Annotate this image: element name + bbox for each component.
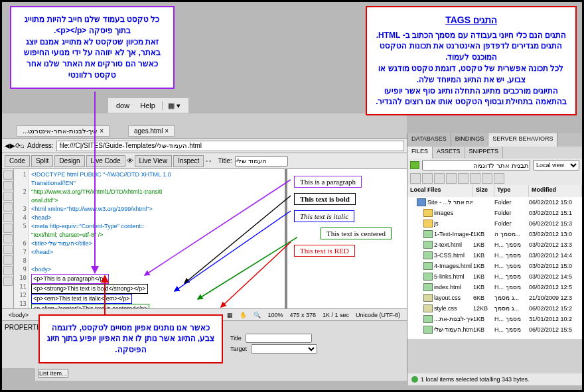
expand-icon[interactable] <box>470 173 480 184</box>
tool-icon[interactable] <box>3 170 13 180</box>
encoding: Unicode (UTF-8) <box>356 312 400 318</box>
zoom-icon[interactable]: 🔍 <box>254 312 261 318</box>
home-icon[interactable]: ⌂ <box>21 142 25 149</box>
file-row[interactable]: style.css 12KB ג מסמך... 06/02/2012 15:2 <box>407 303 582 314</box>
file-name: 2-text.html <box>434 241 473 248</box>
file-type: H... מסמך <box>494 316 529 322</box>
tab-databases[interactable]: DATABASES <box>407 133 451 147</box>
inspect-button[interactable]: Inspect <box>173 155 204 167</box>
zoom-level[interactable]: 100% <box>267 312 283 318</box>
file-row[interactable]: images Folder 03/02/2012 15:1 <box>407 208 582 218</box>
get-icon[interactable] <box>434 173 445 184</box>
code-tools <box>2 169 14 308</box>
file-row[interactable]: העמוד-שלי.html 1KB H... מסמך 06/02/2012 … <box>407 324 582 335</box>
layout-icon[interactable]: ▦ ▾ <box>162 101 184 110</box>
menu-window[interactable]: dow <box>112 101 133 109</box>
inspect-icon[interactable]: 👁 <box>127 157 133 164</box>
file-date: 03/02/2012 13:0 <box>529 231 582 237</box>
connect-icon[interactable] <box>410 173 421 184</box>
tool-icon[interactable] <box>3 202 13 212</box>
site-selector-row: Local view <box>407 159 582 172</box>
tool-icon[interactable] <box>3 234 13 243</box>
tool-icon[interactable] <box>3 181 13 190</box>
address-input[interactable] <box>56 141 404 151</box>
folder-icon <box>423 220 433 228</box>
file-row[interactable]: 4-Images.html 1KB H... מסמך 03/02/2012 1… <box>407 261 582 271</box>
file-size: 1KB <box>473 241 494 248</box>
file-row[interactable]: 3-CSS.html 1KB H... מסמך 03/02/2012 14:4 <box>407 250 582 261</box>
file-row[interactable]: Site - ...תבניות אתר ל Folder 06/02/2012… <box>407 197 582 208</box>
html-icon <box>423 326 433 334</box>
tab-assets[interactable]: ASSETS <box>433 147 465 159</box>
site-name-input[interactable] <box>422 160 530 170</box>
code-button[interactable]: Code <box>5 155 30 167</box>
tab-bindings[interactable]: BINDINGS <box>451 133 489 147</box>
back-icon[interactable]: ◀ <box>5 142 10 149</box>
tool-icon[interactable] <box>3 277 13 286</box>
tab-files[interactable]: FILES <box>407 147 433 159</box>
file-row[interactable]: index.html 1KB H... מסמך 06/02/2012 12:5 <box>407 282 582 293</box>
liveview-button[interactable]: Live View <box>135 155 173 167</box>
tab-document-2[interactable]: ages.html × <box>128 125 175 137</box>
file-date: 06/02/2012 15:3 <box>529 220 582 227</box>
tag-selector[interactable]: <body> <box>9 312 29 318</box>
file-type: H... מסמך <box>494 273 529 280</box>
tab-document-1[interactable]: ...איך-לבנות-אתר-אינטרנט × <box>17 125 110 137</box>
file-row[interactable]: layout.css 6KB ג מסמך... 21/10/2009 12:3 <box>407 293 582 303</box>
tool-icon[interactable] <box>482 173 492 184</box>
document-tabs: ...איך-לבנות-אתר-אינטרנט × ages.html × <box>2 113 407 139</box>
livecode-button[interactable]: Live Code <box>86 155 125 167</box>
file-row[interactable]: ...איך-לבנות-את 1KB H... מסמך 31/01/2012… <box>407 314 582 324</box>
code-editor[interactable]: <!DOCTYPE html PUBLIC "-//W3C//DTD XHTML… <box>29 169 285 308</box>
tool-icon[interactable] <box>3 192 13 201</box>
hand-icon[interactable]: ✋ <box>240 312 247 318</box>
close-icon[interactable]: × <box>165 127 169 135</box>
close-icon[interactable]: × <box>100 127 104 135</box>
file-row[interactable]: 5-links.html 1KB H... מסמך 03/02/2012 14… <box>407 271 582 282</box>
forward-icon[interactable]: ▶ <box>10 142 15 149</box>
callout-tags: התגים TAGS התגים הנם כלי חיוני בעבודה עם… <box>366 6 577 115</box>
file-row[interactable]: 1-Text-Image-Ba... 1KB מסמך ה... 03/02/2… <box>407 229 582 239</box>
tool-icon[interactable] <box>3 245 13 254</box>
tool-icon[interactable] <box>3 213 13 222</box>
design-button[interactable]: Design <box>54 155 84 167</box>
title-label: Title <box>230 335 242 342</box>
tool-icon[interactable]: ◦ <box>209 157 212 164</box>
sync-icon[interactable] <box>458 173 469 184</box>
file-type: H... מסמך <box>494 284 529 291</box>
html-icon <box>423 273 433 281</box>
code-line-italic: <p><em>This text is italic</em></p> <box>31 294 132 304</box>
preview-bold: This text is bold <box>294 193 356 205</box>
list-item-button[interactable]: List Item... <box>38 369 68 378</box>
col-type[interactable]: Type <box>494 185 529 197</box>
tool-icon[interactable]: ◦ <box>205 157 208 164</box>
col-size[interactable]: Size <box>473 185 494 197</box>
refresh-icon[interactable] <box>422 173 433 184</box>
col-date[interactable]: Modified <box>529 185 582 197</box>
tool-icon[interactable] <box>494 173 504 184</box>
split-button[interactable]: Split <box>31 155 53 167</box>
title-input[interactable] <box>235 156 288 166</box>
file-name: layout.css <box>434 294 473 301</box>
file-type: Folder <box>494 220 529 227</box>
file-row[interactable]: js Folder 06/02/2012 15:3 <box>407 218 582 229</box>
tool-icon[interactable] <box>3 266 13 275</box>
title-input[interactable] <box>246 334 312 343</box>
refresh-icon[interactable]: ⟳ <box>15 142 21 149</box>
file-list: Site - ...תבניות אתר ל Folder 06/02/2012… <box>407 197 582 339</box>
target-select[interactable] <box>251 344 317 354</box>
tab-server-behaviors[interactable]: SERVER BEHAVIORS <box>488 133 557 147</box>
title-label: Title: <box>218 157 232 164</box>
file-name: style.css <box>434 305 473 312</box>
pointer-icon[interactable]: ▦ <box>227 312 233 318</box>
tool-icon[interactable] <box>3 255 13 265</box>
menu-help[interactable]: Help <box>136 101 159 109</box>
view-select[interactable]: Local view <box>533 160 579 170</box>
file-row[interactable]: 2-text.html 1KB H... מסמך 03/02/2012 13:… <box>407 239 582 250</box>
put-icon[interactable] <box>446 173 457 184</box>
tool-icon[interactable] <box>3 224 13 233</box>
col-name[interactable]: Local Files <box>407 185 473 197</box>
target-label: Target <box>230 346 247 352</box>
tab-snippets[interactable]: SNIPPETS <box>465 147 504 159</box>
address-bar: ◀ ▶ ⟳ ⌂ Address: <box>2 139 407 153</box>
